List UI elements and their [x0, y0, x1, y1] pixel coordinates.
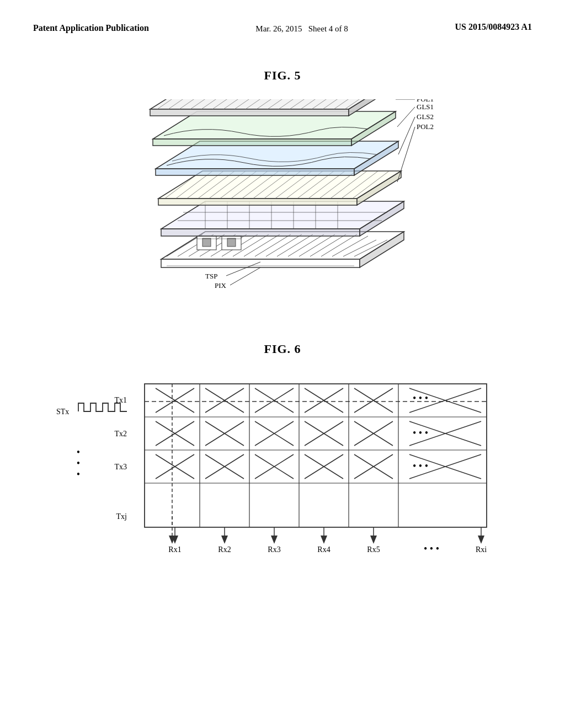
svg-marker-153 — [478, 536, 484, 544]
svg-marker-149 — [321, 536, 327, 544]
fig5-diagram: POL1 GLS1 GLS2 POL2 TSP PIX — [33, 99, 532, 309]
svg-marker-147 — [271, 536, 278, 544]
svg-marker-145 — [221, 536, 228, 544]
page: Patent Application Publication Mar. 26, … — [0, 0, 565, 728]
dots-horizontal-row1: • • • — [413, 393, 428, 404]
patent-number-text: US 2015/0084923 A1 — [455, 22, 532, 31]
fig6-title-text: FIG. 6 — [264, 342, 301, 356]
dots-horizontal-row2: • • • — [413, 427, 428, 438]
fig5-svg: POL1 GLS1 GLS2 POL2 TSP PIX — [95, 99, 470, 309]
patent-application-publication-text: Patent Application Publication — [33, 23, 149, 33]
sheet-text: Sheet 4 of 8 — [308, 24, 348, 33]
svg-marker-68 — [150, 109, 349, 116]
dots-vertical-2: • — [77, 458, 80, 469]
pix-layer — [161, 232, 404, 267]
svg-rect-23 — [202, 238, 211, 247]
svg-marker-40 — [158, 199, 357, 205]
rx4-label: Rx4 — [317, 545, 330, 554]
gls2-layer — [156, 141, 398, 175]
rx2-label: Rx2 — [218, 545, 231, 554]
fig6-diagram: STx — [33, 373, 532, 560]
dots-rx-h: • • • — [424, 543, 439, 554]
dots-vertical-1: • — [77, 447, 80, 458]
rx5-label: Rx5 — [367, 545, 380, 554]
fig6-svg: STx — [45, 373, 520, 560]
publication-label: Patent Application Publication — [33, 22, 149, 34]
txj-label: Txj — [116, 512, 127, 521]
svg-line-92 — [397, 127, 415, 182]
tx1-label: Tx1 — [114, 396, 127, 404]
fig5-title-text: FIG. 5 — [264, 68, 301, 82]
tx2-label: Tx2 — [114, 430, 127, 438]
gls1-layer — [153, 111, 396, 146]
date-text: Mar. 26, 2015 — [255, 24, 302, 33]
svg-marker-62 — [156, 169, 354, 175]
rx3-label: Rx3 — [268, 545, 280, 554]
rx1-label: Rx1 — [168, 545, 181, 554]
pol2-label: POL2 — [417, 122, 434, 131]
patent-number: US 2015/0084923 A1 — [455, 22, 532, 32]
svg-marker-151 — [370, 536, 377, 544]
dots-horizontal-row3: • • • — [413, 461, 428, 472]
gls2-label: GLS2 — [417, 113, 434, 121]
tx3-label: Tx3 — [114, 463, 127, 471]
fig5-title: FIG. 5 — [33, 68, 532, 83]
dots-vertical-3: • — [77, 469, 80, 480]
svg-marker-19 — [161, 259, 360, 267]
fig6-title: FIG. 6 — [33, 342, 532, 356]
svg-marker-65 — [153, 139, 351, 146]
svg-line-90 — [397, 107, 415, 127]
sheet-info: Mar. 26, 2015 Sheet 4 of 8 — [255, 22, 348, 35]
svg-rect-25 — [227, 238, 236, 247]
gls1-label: GLS1 — [417, 103, 434, 111]
tsp-label: TSP — [205, 272, 217, 280]
pix-label: PIX — [215, 281, 227, 290]
tsp-layer — [161, 201, 404, 236]
page-header: Patent Application Publication Mar. 26, … — [33, 22, 532, 35]
svg-line-94 — [230, 267, 260, 285]
stx-label: STx — [56, 408, 69, 416]
rxi-label: Rxi — [476, 545, 487, 554]
svg-marker-28 — [161, 229, 360, 236]
